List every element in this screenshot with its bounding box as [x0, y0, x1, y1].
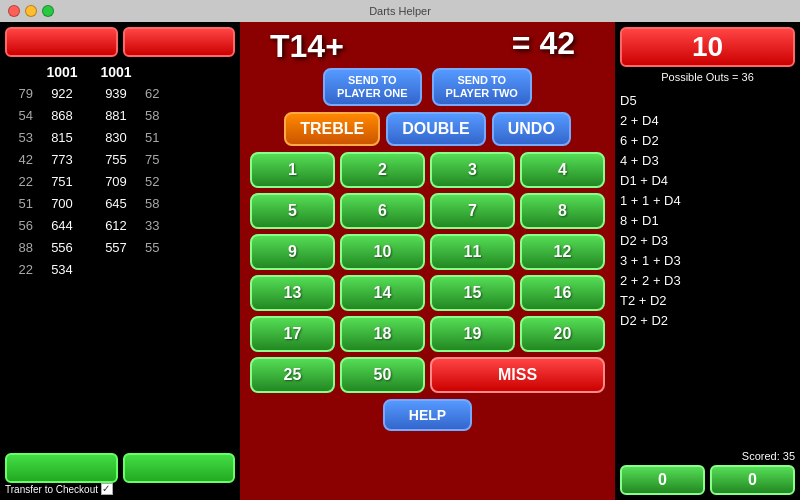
miss-button[interactable]: MISS [430, 357, 605, 393]
center-panel: T14+ = 42 SEND TO PLAYER ONE SEND TO PLA… [240, 22, 615, 500]
player-two-top-button[interactable] [123, 27, 236, 57]
checkout-checkbox[interactable] [101, 483, 113, 495]
col-p2-r3: 755 [91, 150, 141, 170]
player-one-top-button[interactable] [5, 27, 118, 57]
scores-col-left: 79 54 53 42 22 51 56 88 22 [5, 62, 33, 448]
scored-label: Scored: 35 [742, 450, 795, 462]
num-btn-8[interactable]: 8 [520, 193, 605, 229]
col-right-r6: 33 [145, 216, 173, 236]
out-item-6: 8 + D1 [620, 211, 795, 231]
col-left-header [5, 62, 33, 82]
col-right-r3: 75 [145, 150, 173, 170]
col-left-r0: 79 [5, 84, 33, 104]
outs-list: D5 2 + D4 6 + D2 4 + D3 D1 + D4 1 + 1 + … [620, 91, 795, 450]
num-btn-2[interactable]: 2 [340, 152, 425, 188]
col-p2-r1: 881 [91, 106, 141, 126]
send-to-player-one-button[interactable]: SEND TO PLAYER ONE [323, 68, 422, 106]
out-item-11: D2 + D2 [620, 311, 795, 331]
scores-col-right: 62 58 51 75 52 58 33 55 [145, 62, 173, 448]
col-left-r2: 53 [5, 128, 33, 148]
right-score-btn-1[interactable]: 0 [620, 465, 705, 495]
right-panel: 10 Possible Outs = 36 D5 2 + D4 6 + D2 4… [615, 22, 800, 500]
num-btn-13[interactable]: 13 [250, 275, 335, 311]
num-btn-18[interactable]: 18 [340, 316, 425, 352]
right-score-btn-2[interactable]: 0 [710, 465, 795, 495]
num-btn-6[interactable]: 6 [340, 193, 425, 229]
left-panel: 79 54 53 42 22 51 56 88 22 1001 922 868 … [0, 22, 240, 500]
col-p2-r0: 939 [91, 84, 141, 104]
possible-outs-label: Possible Outs = 36 [620, 71, 795, 83]
num-btn-11[interactable]: 11 [430, 234, 515, 270]
close-btn[interactable] [8, 5, 20, 17]
left-bottom-btn-2[interactable] [123, 453, 236, 483]
current-score-display: 10 [620, 27, 795, 67]
num-btn-3[interactable]: 3 [430, 152, 515, 188]
col-left-r5: 51 [5, 194, 33, 214]
col-right-r1: 58 [145, 106, 173, 126]
out-item-0: D5 [620, 91, 795, 111]
checkout-text: Transfer to Checkout [5, 484, 98, 495]
double-button[interactable]: DOUBLE [386, 112, 486, 146]
num-btn-10[interactable]: 10 [340, 234, 425, 270]
col-right-r7: 55 [145, 238, 173, 258]
treble-button[interactable]: TREBLE [284, 112, 380, 146]
num-btn-17[interactable]: 17 [250, 316, 335, 352]
num-btn-1[interactable]: 1 [250, 152, 335, 188]
num-btn-15[interactable]: 15 [430, 275, 515, 311]
num-btn-5[interactable]: 5 [250, 193, 335, 229]
send-to-p1-line2: PLAYER ONE [337, 87, 408, 99]
undo-button[interactable]: UNDO [492, 112, 571, 146]
scores-col-p2: 1001 939 881 830 755 709 645 612 557 [91, 62, 141, 448]
num-btn-16[interactable]: 16 [520, 275, 605, 311]
col-left-r4: 22 [5, 172, 33, 192]
out-item-9: 2 + 2 + D3 [620, 271, 795, 291]
col-p2-header: 1001 [91, 62, 141, 82]
send-to-p1-line1: SEND TO [348, 74, 397, 86]
col-left-r7: 88 [5, 238, 33, 258]
col-p1-r4: 751 [37, 172, 87, 192]
scores-table: 79 54 53 42 22 51 56 88 22 1001 922 868 … [5, 62, 235, 448]
maximize-btn[interactable] [42, 5, 54, 17]
col-left-r3: 42 [5, 150, 33, 170]
num-btn-4[interactable]: 4 [520, 152, 605, 188]
left-bottom-buttons [5, 453, 235, 483]
minimize-btn[interactable] [25, 5, 37, 17]
col-p2-r4: 709 [91, 172, 141, 192]
out-item-7: D2 + D3 [620, 231, 795, 251]
right-bottom-buttons: 0 0 [620, 465, 795, 495]
out-item-10: T2 + D2 [620, 291, 795, 311]
number-grid: 1 2 3 4 5 6 7 8 9 10 11 12 13 14 15 16 1… [250, 152, 605, 393]
col-p1-r3: 773 [37, 150, 87, 170]
col-p1-r8: 534 [37, 260, 87, 280]
col-left-r1: 54 [5, 106, 33, 126]
num-btn-9[interactable]: 9 [250, 234, 335, 270]
equals-display: = 42 [512, 25, 575, 62]
col-p1-r1: 868 [37, 106, 87, 126]
left-bottom-btn-1[interactable] [5, 453, 118, 483]
num-btn-25[interactable]: 25 [250, 357, 335, 393]
num-btn-14[interactable]: 14 [340, 275, 425, 311]
col-left-r8: 22 [5, 260, 33, 280]
checkout-label: Transfer to Checkout [5, 483, 235, 495]
col-p2-r6: 612 [91, 216, 141, 236]
col-right-r2: 51 [145, 128, 173, 148]
num-btn-50[interactable]: 50 [340, 357, 425, 393]
col-p1-header: 1001 [37, 62, 87, 82]
col-p2-r2: 830 [91, 128, 141, 148]
left-top-buttons [5, 27, 235, 57]
num-btn-7[interactable]: 7 [430, 193, 515, 229]
window-title: Darts Helper [369, 5, 431, 17]
out-item-3: 4 + D3 [620, 151, 795, 171]
send-to-player-two-button[interactable]: SEND TO PLAYER TWO [432, 68, 532, 106]
formula-display: T14+ [270, 30, 344, 62]
scored-row: Scored: 35 [620, 450, 795, 462]
col-right-header [145, 62, 173, 82]
num-btn-19[interactable]: 19 [430, 316, 515, 352]
out-item-4: D1 + D4 [620, 171, 795, 191]
main-container: 79 54 53 42 22 51 56 88 22 1001 922 868 … [0, 22, 800, 500]
num-btn-12[interactable]: 12 [520, 234, 605, 270]
help-button[interactable]: HELP [383, 399, 472, 431]
out-item-5: 1 + 1 + D4 [620, 191, 795, 211]
num-btn-20[interactable]: 20 [520, 316, 605, 352]
col-p1-r5: 700 [37, 194, 87, 214]
